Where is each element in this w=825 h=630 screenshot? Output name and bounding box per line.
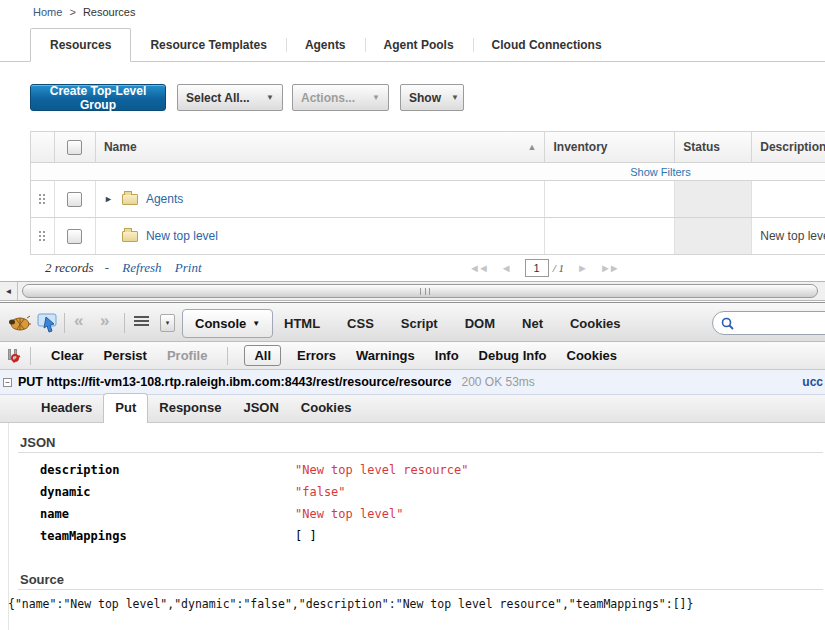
filter-errors-button[interactable]: Errors <box>297 348 336 363</box>
options-caret-button[interactable]: ▾ <box>160 314 175 332</box>
create-top-level-group-button[interactable]: Create Top-Level Group <box>30 84 166 111</box>
tab-agent-pools[interactable]: Agent Pools <box>365 29 473 61</box>
menu-icon[interactable] <box>134 316 149 328</box>
table-header-row: Name ▲ Inventory Status Description <box>31 132 825 163</box>
request-detail-tabs: Headers Put Response JSON Cookies <box>0 395 825 423</box>
table-row[interactable]: ► Agents <box>31 181 825 218</box>
tab-cloud-connections[interactable]: Cloud Connections <box>473 29 621 61</box>
panel-tab-console[interactable]: Console ▼ <box>182 309 273 338</box>
panel-tab-html[interactable]: HTML <box>284 316 320 331</box>
first-page-icon[interactable]: ◄◄ <box>469 262 487 274</box>
network-log-row[interactable]: − PUT https://fit-vm13-108.rtp.raleigh.i… <box>0 370 825 395</box>
breadcrumb-separator: > <box>69 6 75 18</box>
resource-link[interactable]: Agents <box>146 192 183 206</box>
break-on-errors-icon[interactable] <box>8 349 20 363</box>
resource-link[interactable]: New top level <box>146 229 218 243</box>
header-description[interactable]: Description <box>752 132 825 162</box>
row-grip-cell[interactable] <box>31 181 55 217</box>
filter-debug-info-button[interactable]: Debug Info <box>479 348 547 363</box>
resources-table: Name ▲ Inventory Status Description Show… <box>30 131 825 255</box>
toolbar-separator <box>64 313 65 333</box>
source-reference-link[interactable]: ucc <box>802 375 823 389</box>
record-count: 2 records <box>45 260 94 275</box>
actions-dropdown[interactable]: Actions... ▼ <box>292 84 389 111</box>
firebug-logo-icon[interactable] <box>7 314 31 332</box>
json-section-title: JSON <box>20 435 55 450</box>
breadcrumb-home-link[interactable]: Home <box>33 6 62 18</box>
select-all-label: Select All... <box>186 91 250 105</box>
panel-tab-script[interactable]: Script <box>401 316 438 331</box>
json-entry: dynamic "false" <box>40 485 91 499</box>
caret-down-icon: ▼ <box>252 319 260 328</box>
filter-warnings-button[interactable]: Warnings <box>356 348 415 363</box>
caret-down-icon: ▼ <box>451 93 459 102</box>
table-row[interactable]: New top level New top level resource <box>31 218 825 255</box>
filter-all-button[interactable]: All <box>244 345 281 366</box>
subtab-json[interactable]: JSON <box>232 394 289 422</box>
search-input[interactable] <box>739 316 819 330</box>
actions-label: Actions... <box>301 91 355 105</box>
subtab-response[interactable]: Response <box>148 394 232 422</box>
row-checkbox[interactable] <box>67 192 82 207</box>
scroll-left-button[interactable]: ◄ <box>0 282 18 300</box>
tab-resources[interactable]: Resources <box>30 28 131 62</box>
row-inventory-cell <box>545 181 675 217</box>
page-number-input[interactable] <box>525 259 549 277</box>
page-total: / 1 <box>553 262 564 274</box>
request-source-code: {"name":"New top level","dynamic":"false… <box>8 597 825 611</box>
table-footer: 2 records - Refresh Print <box>45 260 202 276</box>
select-all-checkbox[interactable] <box>67 140 82 155</box>
last-page-icon[interactable]: ►► <box>600 262 618 274</box>
tab-agents[interactable]: Agents <box>286 29 365 61</box>
row-description-cell <box>752 181 825 217</box>
drag-handle-icon[interactable] <box>39 194 45 205</box>
firebug-toolbar: « » ▾ Console ▼ HTML CSS Script DOM Net … <box>0 302 825 342</box>
breadcrumb: Home > Resources <box>33 6 135 18</box>
select-all-dropdown[interactable]: Select All... ▼ <box>177 84 283 111</box>
panel-tab-dom[interactable]: DOM <box>465 316 495 331</box>
breadcrumb-current: Resources <box>83 6 136 18</box>
inspect-element-icon[interactable] <box>37 313 59 333</box>
filterbar-separator <box>227 347 228 365</box>
response-status: 200 OK 53ms <box>461 375 534 389</box>
row-checkbox[interactable] <box>67 229 82 244</box>
row-name-cell: ► Agents <box>96 181 546 217</box>
section-divider <box>18 589 823 590</box>
subtab-cookies[interactable]: Cookies <box>290 394 363 422</box>
print-link[interactable]: Print <box>175 260 202 275</box>
clear-button[interactable]: Clear <box>51 348 84 363</box>
source-section-title: Source <box>20 572 64 587</box>
refresh-link[interactable]: Refresh <box>122 260 161 275</box>
profile-button[interactable]: Profile <box>167 348 207 363</box>
header-status[interactable]: Status <box>675 132 752 162</box>
filter-cookies-button[interactable]: Cookies <box>567 348 618 363</box>
show-filters-link[interactable]: Show Filters <box>630 166 691 178</box>
subtab-put[interactable]: Put <box>103 393 148 423</box>
panel-tab-cookies[interactable]: Cookies <box>570 316 621 331</box>
forward-icon[interactable]: » <box>100 311 109 331</box>
header-name[interactable]: Name ▲ <box>96 132 546 162</box>
horizontal-scrollbar[interactable]: ◄ <box>0 281 825 301</box>
row-grip-cell[interactable] <box>31 218 55 254</box>
firebug-filterbar: Clear Persist Profile All Errors Warning… <box>0 342 825 370</box>
expand-arrow-icon[interactable]: ► <box>104 194 118 204</box>
subtab-headers[interactable]: Headers <box>30 394 103 422</box>
filter-info-button[interactable]: Info <box>435 348 459 363</box>
collapse-icon[interactable]: − <box>3 378 12 387</box>
header-inventory[interactable]: Inventory <box>545 132 675 162</box>
panel-tab-css[interactable]: CSS <box>347 316 374 331</box>
toolbar-separator <box>124 313 125 333</box>
previous-page-icon[interactable]: ◄ <box>501 262 510 274</box>
persist-button[interactable]: Persist <box>104 348 147 363</box>
next-page-icon[interactable]: ► <box>577 262 586 274</box>
main-tabbar: Resources Resource Templates Agents Agen… <box>0 30 825 62</box>
pagination: ◄◄ ◄ / 1 ► ►► <box>462 259 625 277</box>
tab-resource-templates[interactable]: Resource Templates <box>131 29 286 61</box>
scrollbar-thumb[interactable] <box>22 284 818 298</box>
back-icon[interactable]: « <box>74 311 83 331</box>
drag-handle-icon[interactable] <box>39 231 45 242</box>
show-dropdown[interactable]: Show ▼ <box>400 84 464 111</box>
json-entry: name "New top level" <box>40 507 69 521</box>
section-divider <box>18 452 823 453</box>
panel-tab-net[interactable]: Net <box>522 316 543 331</box>
